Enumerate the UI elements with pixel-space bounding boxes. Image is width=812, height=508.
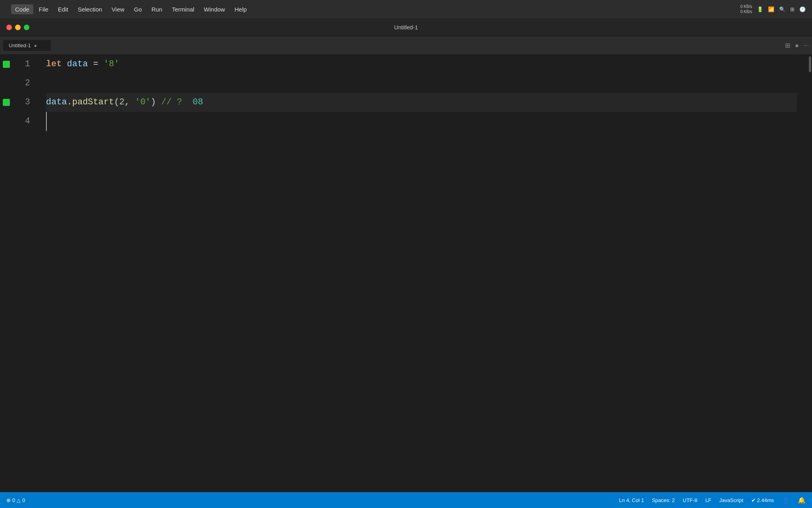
line-num-4: 4 <box>13 112 30 131</box>
token-comma: , <box>124 93 135 112</box>
more-actions-icon[interactable]: ··· <box>804 42 809 49</box>
window-title: Untitled-1 <box>394 24 418 31</box>
code-line-1: let data = '8' <box>46 55 797 74</box>
code-line-2 <box>46 74 797 93</box>
indentation[interactable]: Spaces: 2 <box>652 497 675 503</box>
cursor-position[interactable]: Ln 4, Col 1 <box>619 497 644 503</box>
menu-selection[interactable]: Selection <box>74 4 106 14</box>
menu-edit[interactable]: Edit <box>54 4 72 14</box>
remote-icon: 👤 <box>782 496 790 504</box>
code-line-4 <box>46 112 797 131</box>
minimize-button[interactable] <box>15 25 21 30</box>
token-let: let <box>46 55 62 74</box>
bp-slot-1[interactable] <box>0 55 13 74</box>
tab-label: Untitled-1 <box>9 42 31 48</box>
bp-slot-4[interactable] <box>0 112 13 131</box>
bp-slot-2[interactable] <box>0 74 13 93</box>
status-left: ⊗ 0 △ 0 <box>6 497 25 503</box>
token-data-method-call: data <box>46 93 67 112</box>
line-num-3: 3 <box>13 93 30 112</box>
token-equals: = <box>88 55 104 74</box>
menu-run[interactable]: Run <box>147 4 167 14</box>
line-num-1: 1 <box>13 55 30 74</box>
menu-code[interactable]: Code <box>11 4 33 14</box>
warning-icon: △ <box>17 497 21 503</box>
window-controls <box>6 25 29 30</box>
split-editor-icon[interactable]: ⊞ <box>785 42 790 49</box>
editor-tab[interactable]: Untitled-1 ● <box>3 40 51 51</box>
notifications-icon: 🔔 <box>798 496 806 504</box>
menu-go[interactable]: Go <box>130 4 146 14</box>
errors-indicator[interactable]: ⊗ 0 △ 0 <box>6 497 25 503</box>
token-result: 08 <box>187 93 203 112</box>
scrollbar-track[interactable] <box>806 55 812 492</box>
menu-file[interactable]: File <box>35 4 52 14</box>
menubar: Code File Edit Selection View Go Run Ter… <box>0 0 812 18</box>
menu-window[interactable]: Window <box>200 4 229 14</box>
file-encoding[interactable]: UTF-8 <box>683 497 697 503</box>
line-num-2: 2 <box>13 74 30 93</box>
menu-terminal[interactable]: Terminal <box>168 4 198 14</box>
wifi-icon: 📶 <box>768 6 774 12</box>
token-string-8: '8' <box>103 55 119 74</box>
control-center-icon: ⊞ <box>790 6 795 12</box>
menu-view[interactable]: View <box>108 4 128 14</box>
tab-dot: ● <box>34 43 37 48</box>
token-string-0: '0' <box>135 93 151 112</box>
menu-help[interactable]: Help <box>230 4 251 14</box>
spotlight-icon: 🔍 <box>779 6 785 12</box>
token-close-paren: ) <box>151 93 156 112</box>
token-open-paren: ( <box>114 93 119 112</box>
maximize-button[interactable] <box>24 25 29 30</box>
token-comment: // ? <box>156 93 187 112</box>
token-padstart: padStart <box>72 93 114 112</box>
perf-indicator: ✔ 2.44ms <box>751 497 774 503</box>
unsaved-indicator: ● <box>795 42 799 49</box>
titlebar: Untitled-1 <box>0 18 812 37</box>
breakpoint-1 <box>3 61 10 68</box>
error-icon: ⊗ <box>6 497 11 503</box>
statusbar: ⊗ 0 △ 0 Ln 4, Col 1 Spaces: 2 UTF-8 LF J… <box>0 492 812 508</box>
code-area[interactable]: let data = '8' data . padStart ( 2 , '0'… <box>36 55 806 492</box>
close-button[interactable] <box>6 25 12 30</box>
token-space1 <box>62 55 67 74</box>
line-numbers: 1 2 3 4 <box>13 55 36 492</box>
time-icon: 🕐 <box>799 6 806 12</box>
code-line-3: data . padStart ( 2 , '0' ) // ? 08 <box>46 93 797 112</box>
token-cursor <box>46 112 52 131</box>
warning-count: 0 <box>22 497 25 503</box>
menubar-right: 0 KB/s 0 KB/s 🔋 📶 🔍 ⊞ 🕐 <box>741 4 806 14</box>
tabbar-actions: ⊞ ● ··· <box>785 42 809 49</box>
token-dot: . <box>67 93 72 112</box>
breakpoint-3 <box>3 99 10 106</box>
editor: 1 2 3 4 let data = '8' data . padStart (… <box>0 55 812 492</box>
token-data-var: data <box>67 55 88 74</box>
status-right: Ln 4, Col 1 Spaces: 2 UTF-8 LF JavaScrip… <box>619 496 806 504</box>
breakpoint-gutter <box>0 55 13 492</box>
battery-icon: 🔋 <box>757 6 763 12</box>
line-ending[interactable]: LF <box>705 497 711 503</box>
tabbar: Untitled-1 ● ⊞ ● ··· <box>0 37 812 55</box>
net-speed: 0 KB/s 0 KB/s <box>741 4 752 14</box>
bp-slot-3[interactable] <box>0 93 13 112</box>
scrollbar-thumb[interactable] <box>809 56 811 72</box>
token-num-2: 2 <box>119 93 124 112</box>
language-mode[interactable]: JavaScript <box>719 497 743 503</box>
error-count: 0 <box>12 497 15 503</box>
